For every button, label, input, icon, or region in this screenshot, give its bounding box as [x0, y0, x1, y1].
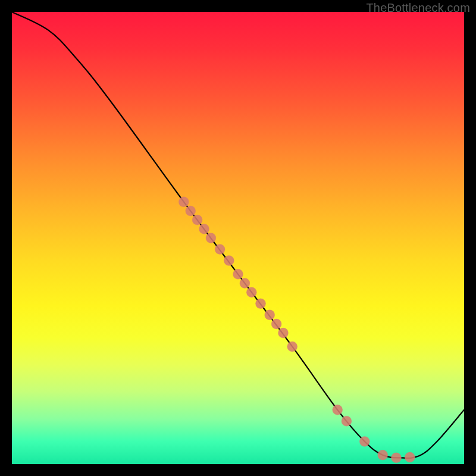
data-point — [265, 310, 275, 320]
data-point — [215, 245, 225, 255]
data-points — [178, 197, 415, 463]
watermark-text: TheBottleneck.com — [366, 1, 470, 15]
data-point — [256, 299, 266, 309]
bottleneck-curve — [12, 12, 464, 458]
data-point — [206, 233, 216, 243]
data-point — [192, 215, 202, 225]
data-point — [342, 416, 352, 426]
data-point — [359, 437, 369, 447]
data-point — [224, 256, 234, 266]
data-point — [405, 452, 415, 462]
data-point — [378, 450, 388, 460]
data-point — [199, 224, 209, 234]
data-point — [240, 278, 250, 289]
data-point — [333, 405, 343, 415]
chart-overlay — [12, 12, 464, 464]
data-point — [186, 206, 196, 216]
data-point — [278, 328, 289, 338]
data-point — [246, 287, 256, 298]
data-point — [233, 269, 243, 279]
data-point — [178, 197, 189, 207]
data-point — [287, 342, 298, 352]
data-point — [392, 453, 402, 463]
data-point — [271, 319, 281, 329]
